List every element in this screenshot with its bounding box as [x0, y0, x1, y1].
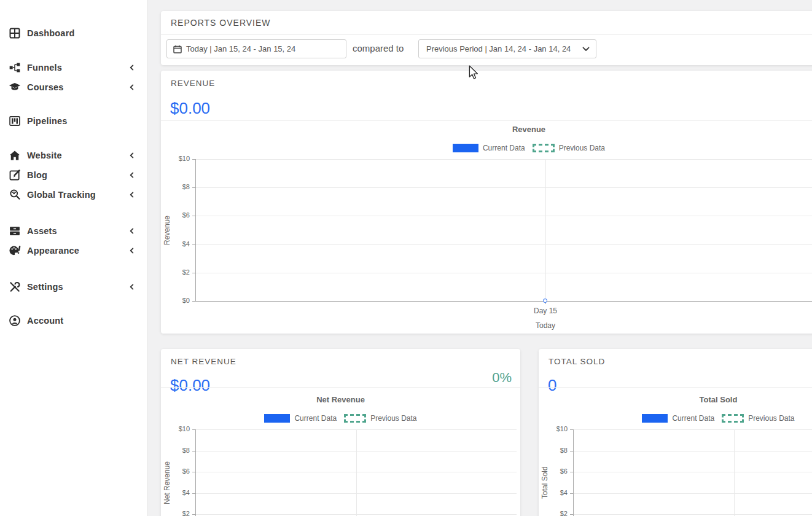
y-tick-mark	[570, 514, 574, 515]
h-gridline	[574, 451, 812, 452]
y-tick-mark	[192, 301, 196, 302]
y-tick-label: $6	[538, 467, 568, 475]
sidebar-item-label: Dashboard	[27, 28, 75, 38]
legend-item-previous-data[interactable]: Previous Data	[344, 414, 416, 423]
v-gridline	[356, 429, 357, 516]
y-tick-label: $2	[160, 268, 190, 276]
y-tick-mark	[192, 514, 196, 515]
sidebar-item-appearance[interactable]: Appearance	[0, 241, 147, 260]
sidebar-item-label: Website	[27, 150, 62, 160]
comparison-period-value: Previous Period | Jan 14, 24 - Jan 14, 2…	[426, 44, 571, 53]
comparison-period-select[interactable]: Previous Period | Jan 14, 24 - Jan 14, 2…	[418, 39, 596, 58]
y-tick-mark	[192, 273, 196, 273]
x-tick-label: Day 15	[521, 307, 570, 315]
revenue-card-value: $0.00	[170, 99, 210, 118]
y-tick-label: $4	[160, 240, 190, 248]
y-tick-mark	[570, 493, 574, 494]
global-tracking-icon	[8, 188, 21, 201]
blog-icon	[8, 168, 21, 182]
divider	[161, 387, 520, 388]
funnels-icon	[8, 61, 21, 74]
website-icon	[8, 149, 21, 162]
chevron-left-icon	[128, 283, 135, 291]
sidebar-item-dashboard[interactable]: Dashboard	[0, 23, 147, 43]
total-sold-card: TOTAL SOLD 0 Total Sold Current Data Pre…	[539, 349, 812, 516]
legend-item-previous-data[interactable]: Previous Data	[533, 144, 605, 152]
current-data-swatch	[264, 414, 290, 423]
total-sold-chart-plot: $10$8$6$4$2	[573, 429, 812, 516]
date-range-picker[interactable]: Today | Jan 15, 24 - Jan 15, 24	[166, 39, 346, 58]
net-revenue-card-value: $0.00	[170, 376, 210, 395]
revenue-card-title: REVENUE	[171, 79, 215, 88]
legend-item-current-data[interactable]: Current Data	[453, 144, 525, 152]
revenue-card: REVENUE $0.00 Revenue Current Data Previ…	[161, 71, 812, 334]
chevron-left-icon	[128, 227, 135, 235]
sidebar-item-label: Appearance	[27, 246, 79, 256]
calendar-icon	[173, 45, 182, 53]
y-tick-mark	[570, 472, 574, 472]
y-tick-label: $4	[538, 489, 568, 496]
net-revenue-percent: 0%	[492, 370, 512, 386]
assets-icon	[8, 224, 21, 238]
chevron-left-icon	[128, 247, 135, 254]
v-gridline	[545, 159, 546, 301]
y-tick-label: $10	[160, 155, 190, 162]
y-tick-mark	[192, 493, 196, 494]
chevron-left-icon	[128, 152, 135, 159]
y-tick-mark	[192, 159, 196, 160]
y-tick-label: $2	[538, 510, 568, 516]
settings-icon	[8, 280, 21, 294]
y-tick-mark	[570, 451, 574, 452]
reports-overview-card: REPORTS OVERVIEW Today | Jan 15, 24 - Ja…	[161, 11, 812, 65]
sidebar-item-website[interactable]: Website	[0, 146, 147, 165]
total-sold-card-value: 0	[548, 376, 556, 395]
sidebar-item-assets[interactable]: Assets	[0, 221, 147, 241]
legend-label: Current Data	[294, 414, 337, 423]
sidebar-item-account[interactable]: Account	[0, 311, 147, 330]
y-tick-label: $8	[538, 447, 568, 454]
h-gridline	[574, 514, 812, 515]
sidebar-item-settings[interactable]: Settings	[0, 277, 147, 297]
legend-item-current-data[interactable]: Current Data	[642, 414, 714, 423]
net-revenue-card-title: NET REVENUE	[171, 357, 236, 366]
sidebar-item-label: Courses	[27, 82, 63, 92]
y-tick-label: $10	[538, 425, 568, 432]
sidebar-item-label: Assets	[27, 226, 57, 236]
sidebar-item-label: Account	[27, 316, 63, 326]
h-gridline	[196, 273, 812, 273]
current-data-point	[543, 299, 547, 303]
chevron-left-icon	[128, 64, 135, 71]
h-gridline	[196, 301, 812, 302]
current-data-swatch	[642, 414, 668, 423]
legend-item-previous-data[interactable]: Previous Data	[722, 414, 794, 423]
x-axis-title: Today	[521, 321, 570, 330]
sidebar-item-global-tracking[interactable]: Global Tracking	[0, 185, 147, 205]
sidebar: Dashboard Funnels Courses Pipeline	[0, 0, 148, 516]
sidebar-item-pipelines[interactable]: Pipelines	[0, 111, 147, 131]
y-tick-mark	[192, 472, 196, 472]
legend-item-current-data[interactable]: Current Data	[264, 414, 337, 423]
y-tick-label: $4	[160, 489, 190, 496]
appearance-icon	[8, 244, 21, 257]
sidebar-item-blog[interactable]: Blog	[0, 165, 147, 185]
divider	[161, 120, 812, 121]
sidebar-item-funnels[interactable]: Funnels	[0, 58, 147, 77]
sidebar-item-label: Blog	[27, 170, 47, 180]
y-tick-mark	[192, 244, 196, 245]
y-tick-label: $0	[160, 297, 190, 304]
chevron-down-icon	[582, 47, 590, 52]
h-gridline	[574, 429, 812, 430]
net-revenue-chart-plot: $10$8$6$4$2	[195, 429, 517, 516]
h-gridline	[574, 493, 812, 494]
y-axis-label: Revenue	[162, 159, 172, 301]
legend-label: Current Data	[483, 144, 525, 152]
legend-label: Current Data	[672, 414, 714, 423]
y-tick-mark	[192, 429, 196, 430]
chevron-left-icon	[128, 191, 135, 198]
y-tick-label: $6	[160, 467, 190, 475]
previous-data-swatch	[533, 144, 555, 152]
sidebar-item-courses[interactable]: Courses	[0, 77, 147, 97]
v-gridline	[734, 429, 735, 516]
previous-data-swatch	[722, 414, 744, 423]
sidebar-item-label: Global Tracking	[27, 190, 96, 200]
